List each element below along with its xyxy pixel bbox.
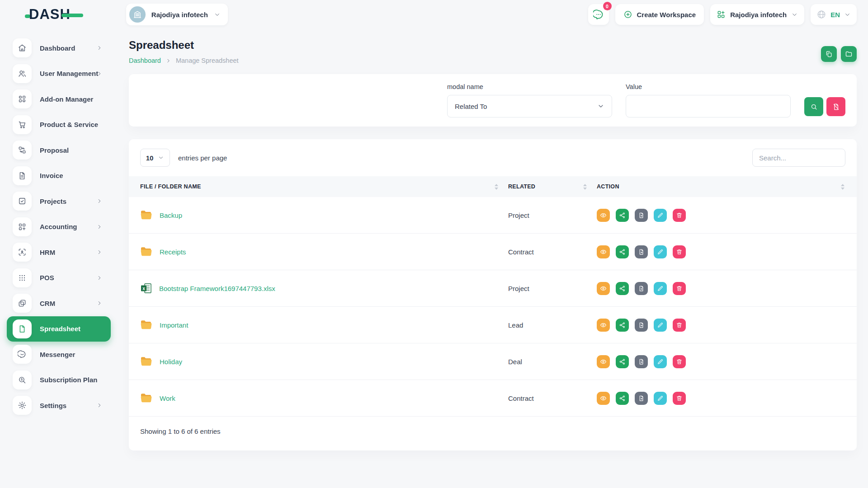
column-header-file-folder-name[interactable]: FILE / FOLDER NAME: [140, 183, 508, 190]
account-menu[interactable]: Rajodiya infotech: [710, 4, 804, 25]
create-folder-button[interactable]: [841, 46, 857, 62]
chevron-right-icon: [96, 249, 103, 255]
sidebar: Dashboard User Management Add-on Manager…: [0, 29, 120, 488]
sidebar-item-pos[interactable]: POS: [7, 265, 111, 291]
subscription-search-icon: $: [13, 371, 32, 389]
sidebar-item-invoice[interactable]: Invoice: [7, 163, 111, 189]
copy-file-button[interactable]: [635, 319, 648, 332]
copy-pages-icon: [825, 50, 833, 58]
file-link[interactable]: Backup: [160, 211, 182, 219]
eye-icon: [600, 395, 607, 402]
edit-button[interactable]: [654, 209, 667, 222]
sidebar-item-product-service[interactable]: Product & Service: [7, 112, 111, 138]
value-label: Value: [626, 83, 791, 90]
chevron-down-icon: [214, 11, 221, 18]
sidebar-item-dashboard[interactable]: Dashboard: [7, 35, 111, 61]
create-file-button[interactable]: [821, 46, 837, 62]
sidebar-item-addon-manager[interactable]: Add-on Manager: [7, 86, 111, 112]
sidebar-item-messenger[interactable]: Messenger: [7, 342, 111, 367]
sidebar-item-crm[interactable]: CRM: [7, 291, 111, 316]
folder-icon: [140, 247, 152, 257]
eye-icon: [600, 358, 607, 365]
edit-button[interactable]: [654, 319, 667, 332]
share-button[interactable]: [616, 319, 629, 332]
view-button[interactable]: [597, 245, 610, 258]
logo: DASH: [25, 6, 83, 23]
edit-button[interactable]: [654, 282, 667, 295]
sidebar-item-settings[interactable]: Settings: [7, 393, 111, 418]
page-size-value: 10: [146, 154, 154, 162]
model-name-label: modal name: [447, 83, 612, 90]
trash-icon: [676, 322, 683, 328]
messages-button[interactable]: 0: [588, 4, 609, 25]
share-icon: [619, 249, 626, 255]
view-button[interactable]: [597, 355, 610, 368]
breadcrumb-current: Manage Spreadsheet: [176, 57, 239, 64]
share-icon: [619, 212, 626, 219]
create-workspace-button[interactable]: Create Workspace: [615, 4, 704, 25]
copy-file-button[interactable]: [635, 282, 648, 295]
messages-badge: 0: [603, 2, 612, 10]
view-button[interactable]: [597, 319, 610, 332]
spreadsheet-table-card: 10 entries per page FILE / FOLDER NAME R…: [129, 139, 857, 450]
filter-reset-button[interactable]: [826, 97, 845, 116]
file-link[interactable]: Important: [160, 321, 188, 329]
topbar: DASH Rajodiya infotech 0 Create Workspac…: [0, 0, 868, 29]
delete-button[interactable]: [673, 355, 686, 368]
view-button[interactable]: [597, 209, 610, 222]
edit-button[interactable]: [654, 392, 667, 405]
view-button[interactable]: [597, 282, 610, 295]
sidebar-item-subscription-plan[interactable]: $ Subscription Plan: [7, 367, 111, 393]
column-header-related[interactable]: RELATED: [508, 183, 597, 190]
table-row: Important Lead: [129, 307, 857, 343]
sidebar-item-user-management[interactable]: User Management: [7, 61, 111, 87]
share-button[interactable]: [616, 209, 629, 222]
edit-button[interactable]: [654, 245, 667, 258]
sidebar-item-spreadsheet[interactable]: Spreadsheet: [7, 316, 111, 342]
copy-file-button[interactable]: [635, 245, 648, 258]
filter-search-button[interactable]: [804, 97, 823, 116]
projects-check-icon: [13, 192, 32, 211]
delete-button[interactable]: [673, 319, 686, 332]
page-size-select[interactable]: 10: [140, 149, 170, 167]
share-button[interactable]: [616, 245, 629, 258]
workspace-switcher[interactable]: Rajodiya infotech: [126, 4, 228, 25]
delete-button[interactable]: [673, 245, 686, 258]
language-menu[interactable]: EN: [811, 4, 857, 25]
value-input[interactable]: [626, 95, 791, 117]
table-search-input[interactable]: [752, 149, 845, 167]
eye-icon: [600, 322, 607, 328]
trash-icon: [676, 285, 683, 292]
sidebar-item-hrm[interactable]: HRM: [7, 239, 111, 265]
file-export-icon: [638, 322, 645, 328]
file-link[interactable]: Holiday: [160, 358, 182, 366]
delete-button[interactable]: [673, 282, 686, 295]
share-button[interactable]: [616, 282, 629, 295]
sidebar-item-proposal[interactable]: Proposal: [7, 137, 111, 163]
share-button[interactable]: [616, 392, 629, 405]
edit-button[interactable]: [654, 355, 667, 368]
copy-file-button[interactable]: [635, 392, 648, 405]
column-header-action[interactable]: ACTION: [597, 183, 845, 190]
file-export-icon: [638, 285, 645, 292]
copy-file-button[interactable]: [635, 209, 648, 222]
trash-icon: [676, 358, 683, 365]
addon-grid-icon: [13, 89, 32, 108]
chevron-down-icon: [844, 11, 851, 18]
svg-text:$: $: [21, 378, 23, 381]
file-link[interactable]: Bootstrap Framework1697447793.xlsx: [159, 285, 275, 292]
file-slash-icon: [832, 103, 840, 111]
delete-button[interactable]: [673, 392, 686, 405]
copy-file-button[interactable]: [635, 355, 648, 368]
share-button[interactable]: [616, 355, 629, 368]
file-link[interactable]: Receipts: [160, 248, 186, 256]
table-footer-text: Showing 1 to 6 of 6 entries: [129, 417, 857, 449]
breadcrumb-dashboard-link[interactable]: Dashboard: [129, 57, 161, 64]
view-button[interactable]: [597, 392, 610, 405]
sidebar-item-projects[interactable]: Projects: [7, 188, 111, 214]
related-to-select[interactable]: Related To: [447, 95, 612, 117]
sidebar-item-accounting[interactable]: Accounting: [7, 214, 111, 240]
file-export-icon: [638, 212, 645, 219]
file-link[interactable]: Work: [160, 394, 175, 402]
delete-button[interactable]: [673, 209, 686, 222]
